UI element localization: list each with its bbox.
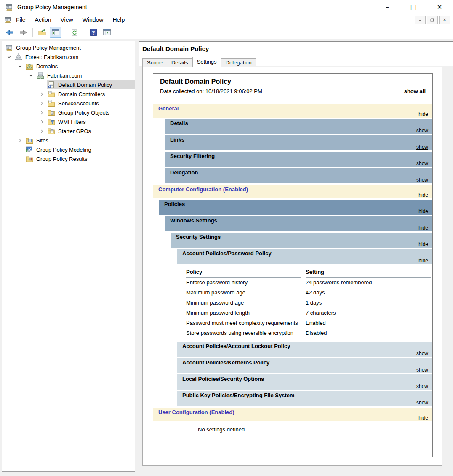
windows-settings-hide-link[interactable]: hide — [418, 225, 428, 231]
help-icon: ? — [90, 29, 97, 36]
no-settings-row: No settings defined. — [153, 423, 432, 438]
new-window-button[interactable] — [101, 27, 113, 38]
table-header-row: Policy Setting — [186, 267, 431, 278]
tree-item-group-policy-modeling[interactable]: Group Policy Modeling — [2, 145, 135, 154]
window-title: Group Policy Management — [17, 4, 87, 11]
computer-configuration-hide-link[interactable]: hide — [418, 192, 428, 198]
tree-item-group-policy-results[interactable]: Group Policy Results — [2, 154, 135, 163]
tab-details[interactable]: Details — [167, 58, 193, 67]
tree-item-forest[interactable]: Forest: Fabrikam.com — [2, 52, 135, 62]
back-arrow-icon — [6, 29, 13, 35]
export-list-button[interactable] — [36, 27, 48, 38]
gpo-icon — [48, 81, 55, 88]
section-delegation-show-link[interactable]: show — [416, 177, 428, 183]
mdi-restore-button[interactable] — [427, 16, 438, 24]
chevron-right-icon[interactable] — [37, 129, 47, 134]
section-password-policy: Account Policies/Password Policy hide — [177, 249, 432, 264]
chevron-down-icon[interactable] — [15, 64, 25, 69]
help-button[interactable]: ? — [88, 27, 99, 38]
section-kerberos-policy: Account Policies/Kerberos Policy show — [177, 358, 432, 373]
menu-bar: File Action View Window Help – ✕ — [0, 14, 453, 26]
window-minimize-button[interactable]: – — [374, 0, 400, 14]
menu-window[interactable]: Window — [78, 15, 108, 25]
password-policy-hide-link[interactable]: hide — [418, 258, 428, 264]
menu-view[interactable]: View — [56, 15, 77, 25]
new-window-icon — [103, 29, 111, 35]
results-icon — [26, 155, 33, 163]
section-details-show-link[interactable]: show — [416, 128, 428, 134]
settings-tab-page: Default Domain Policy Data collected on:… — [142, 67, 442, 466]
password-policy-table: Policy Setting Enforce password history … — [186, 265, 431, 342]
section-policies: Policies hide — [159, 200, 432, 215]
details-pane: Default Domain Policy Scope Details Sett… — [139, 41, 453, 472]
section-encrypting-file-system: Public Key Policies/Encrypting File Syst… — [177, 391, 432, 406]
sites-folder-icon — [26, 136, 33, 144]
menu-help[interactable]: Help — [108, 15, 129, 25]
ou-folder-icon — [48, 90, 55, 98]
window-close-button[interactable]: ✕ — [426, 0, 453, 14]
efs-show-link[interactable]: show — [416, 400, 428, 406]
svg-text:?: ? — [92, 29, 95, 35]
domains-folder-icon — [26, 62, 33, 70]
mdi-close-button[interactable]: ✕ — [439, 16, 450, 24]
chevron-down-icon[interactable] — [4, 55, 14, 59]
tree-item-domain-controllers[interactable]: Domain Controllers — [2, 89, 135, 99]
tree-item-default-domain-policy[interactable]: Default Domain Policy — [2, 80, 135, 89]
toolbar-separator — [32, 28, 33, 37]
refresh-button[interactable] — [69, 27, 80, 38]
menu-file[interactable]: File — [11, 15, 30, 25]
wmi-folder-icon — [48, 118, 55, 126]
tree-item-wmi-filters[interactable]: WMI Filters — [2, 117, 135, 126]
tree-item-domains[interactable]: Domains — [2, 62, 135, 71]
domain-icon — [37, 72, 44, 79]
section-windows-settings: Windows Settings hide — [165, 216, 432, 231]
menu-action[interactable]: Action — [30, 15, 56, 25]
section-links-show-link[interactable]: show — [416, 144, 428, 150]
section-security-filtering-show-link[interactable]: show — [416, 160, 428, 166]
chevron-right-icon[interactable] — [37, 92, 47, 96]
tree-item-starter-gpos[interactable]: Starter GPOs — [2, 126, 135, 136]
tree-item-group-policy-objects[interactable]: Group Policy Objects — [2, 108, 135, 117]
forward-arrow-icon — [19, 29, 27, 35]
section-general-hide-link[interactable]: hide — [418, 111, 428, 117]
section-links: Links show — [165, 135, 432, 150]
kerberos-policy-show-link[interactable]: show — [416, 367, 428, 373]
back-button[interactable] — [4, 27, 16, 38]
console-icon — [5, 44, 13, 51]
user-configuration-hide-link[interactable]: hide — [418, 415, 428, 421]
refresh-icon — [71, 29, 78, 36]
policies-hide-link[interactable]: hide — [418, 209, 428, 214]
console-tree-panel: Group Policy Management Forest: Fabrikam… — [2, 41, 135, 472]
chevron-down-icon[interactable] — [26, 73, 36, 78]
settings-report: Default Domain Policy Data collected on:… — [153, 73, 433, 457]
section-details: Details show — [165, 119, 432, 134]
console-tree-toggle-button[interactable] — [50, 27, 61, 38]
chevron-right-icon[interactable] — [37, 101, 47, 106]
window-maximize-button[interactable]: □ — [400, 0, 426, 14]
toolbar-separator — [84, 28, 84, 37]
chevron-right-icon[interactable] — [37, 110, 47, 115]
forward-button[interactable] — [17, 27, 29, 38]
tree-item-serviceaccounts[interactable]: ServiceAccounts — [2, 99, 135, 108]
security-options-show-link[interactable]: show — [416, 383, 428, 389]
chevron-right-icon[interactable] — [15, 138, 25, 143]
tab-scope[interactable]: Scope — [142, 58, 167, 67]
forest-icon — [15, 53, 22, 61]
section-computer-configuration: Computer Configuration (Enabled) hide — [153, 185, 432, 198]
section-security-settings: Security Settings hide — [171, 233, 432, 248]
show-all-link[interactable]: show all — [404, 88, 426, 94]
tree-item-sites[interactable]: Sites — [2, 136, 135, 145]
tree-item-fabrikam[interactable]: Fabrikam.com — [2, 71, 135, 80]
table-row: Store passwords using reversible encrypt… — [186, 328, 431, 338]
chevron-right-icon[interactable] — [37, 120, 47, 124]
tab-settings[interactable]: Settings — [192, 57, 221, 67]
title-bar: Group Policy Management – □ ✕ — [0, 0, 453, 14]
mdi-minimize-button[interactable]: – — [415, 16, 426, 24]
tab-delegation[interactable]: Delegation — [221, 58, 256, 67]
modeling-icon — [26, 146, 33, 153]
report-title: Default Domain Policy — [160, 78, 426, 86]
section-general-title: General — [158, 105, 179, 112]
tree-item-group-policy-management[interactable]: Group Policy Management — [2, 43, 135, 52]
account-lockout-show-link[interactable]: show — [416, 350, 428, 356]
security-settings-hide-link[interactable]: hide — [418, 241, 428, 247]
